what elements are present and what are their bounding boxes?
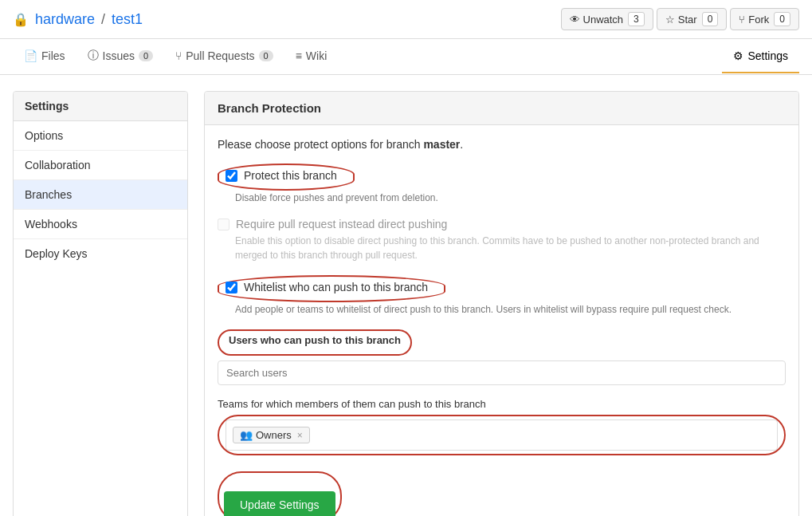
tab-files[interactable]: 📄 Files — [13, 40, 76, 73]
wiki-label: Wiki — [306, 49, 327, 62]
repo-title: 🔒 hardware / test1 — [13, 11, 143, 28]
sidebar-item-deploy-keys[interactable]: Deploy Keys — [14, 239, 187, 268]
fork-icon: ⑂ — [739, 14, 745, 26]
option-protect-branch: Protect this branch Disable force pushes… — [218, 163, 786, 205]
team-owners-tag[interactable]: 👥 Owners × — [233, 427, 310, 443]
top-nav: 🔒 hardware / test1 👁 Unwatch 3 ☆ Star 0 … — [0, 0, 812, 39]
users-section: Users who can push to this branch — [218, 329, 786, 385]
files-label: Files — [41, 49, 65, 62]
whitelist-push-checkbox[interactable] — [226, 282, 237, 293]
content-area: Branch Protection Please choose protect … — [204, 91, 799, 516]
update-settings-button[interactable]: Update Settings — [224, 491, 335, 516]
tab-pull-requests[interactable]: ⑂ Pull Requests 0 — [164, 40, 284, 73]
settings-icon: ⚙ — [733, 49, 743, 62]
owners-label: Owners — [256, 429, 292, 441]
teams-section: Teams for which members of them can push… — [218, 398, 786, 455]
star-icon: ☆ — [665, 14, 675, 26]
sidebar: Settings Options Collaboration Branches … — [13, 91, 188, 516]
unwatch-count: 3 — [628, 12, 645, 26]
top-actions: 👁 Unwatch 3 ☆ Star 0 ⑂ Fork 0 — [561, 8, 799, 30]
pr-label: Pull Requests — [186, 49, 254, 62]
protect-branch-checkbox[interactable] — [226, 170, 237, 182]
panel-body: Please choose protect options for branch… — [205, 125, 798, 516]
option-require-pr: Require pull request instead direct push… — [218, 218, 786, 262]
sidebar-title: Settings — [14, 92, 187, 121]
require-pr-checkbox[interactable] — [218, 219, 229, 230]
sidebar-item-options[interactable]: Options — [14, 121, 187, 151]
teams-label: Teams for which members of them can push… — [218, 398, 786, 410]
repo-owner-link[interactable]: hardware — [35, 11, 95, 28]
files-icon: 📄 — [24, 49, 37, 62]
whitelist-push-label[interactable]: Whitelist who can push to this branch — [244, 281, 428, 293]
require-pr-label[interactable]: Require pull request instead direct push… — [236, 218, 447, 230]
require-pr-desc: Enable this option to disable direct pus… — [235, 234, 786, 262]
sub-nav: 📄 Files ⓘ Issues 0 ⑂ Pull Requests 0 ≡ W… — [0, 39, 812, 75]
tab-issues[interactable]: ⓘ Issues 0 — [76, 39, 165, 74]
pr-badge: 0 — [259, 50, 273, 61]
issues-badge: 0 — [139, 50, 153, 61]
option-whitelist-push: Whitelist who can push to this branch Ad… — [218, 275, 786, 317]
fork-label: Fork — [748, 14, 769, 26]
teams-box: 👥 Owners × — [226, 419, 778, 451]
settings-label: Settings — [747, 49, 788, 62]
pr-icon: ⑂ — [175, 49, 182, 62]
protect-branch-label[interactable]: Protect this branch — [244, 169, 337, 182]
branch-description: Please choose protect options for branch… — [218, 138, 786, 151]
star-button[interactable]: ☆ Star 0 — [657, 8, 728, 30]
repo-separator: / — [101, 11, 105, 28]
sidebar-item-webhooks[interactable]: Webhooks — [14, 210, 187, 239]
fork-count: 0 — [774, 12, 790, 26]
users-label: Users who can push to this branch — [229, 334, 401, 346]
sidebar-item-collaboration[interactable]: Collaboration — [14, 151, 187, 180]
sidebar-item-branches[interactable]: Branches — [14, 180, 187, 210]
star-label: Star — [678, 14, 697, 26]
whitelist-push-desc: Add people or teams to whitelist of dire… — [235, 302, 786, 317]
search-users-input[interactable] — [218, 360, 786, 385]
issues-icon: ⓘ — [88, 49, 99, 63]
fork-button[interactable]: ⑂ Fork 0 — [730, 8, 799, 30]
main-layout: Settings Options Collaboration Branches … — [0, 75, 812, 516]
repo-name-link[interactable]: test1 — [112, 11, 143, 28]
lock-icon: 🔒 — [13, 12, 29, 27]
star-count: 0 — [702, 12, 719, 26]
unwatch-label: Unwatch — [583, 14, 624, 26]
issues-label: Issues — [103, 49, 135, 62]
panel-header: Branch Protection — [205, 92, 798, 125]
eye-icon: 👁 — [570, 14, 580, 26]
tab-settings[interactable]: ⚙ Settings — [722, 40, 799, 73]
protect-branch-desc: Disable force pushes and prevent from de… — [235, 191, 786, 205]
owners-icon: 👥 — [240, 429, 253, 441]
remove-owners-button[interactable]: × — [297, 430, 303, 441]
branch-protection-panel: Branch Protection Please choose protect … — [204, 91, 799, 516]
wiki-icon: ≡ — [296, 49, 302, 62]
tab-wiki[interactable]: ≡ Wiki — [284, 40, 339, 73]
unwatch-button[interactable]: 👁 Unwatch 3 — [561, 8, 653, 30]
